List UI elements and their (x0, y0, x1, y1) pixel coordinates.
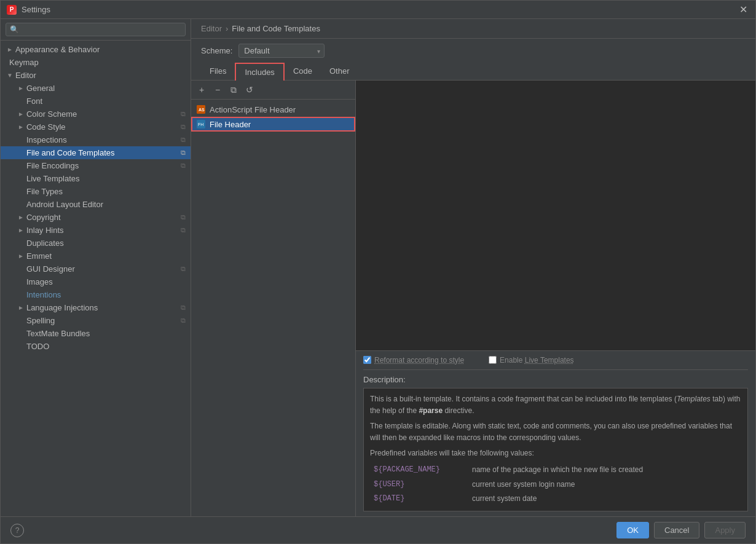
arrow-icon: ► (18, 111, 24, 117)
live-templates-checkbox[interactable] (489, 356, 497, 364)
sidebar-item-gui-designer[interactable]: GUI Designer ⧉ (1, 262, 191, 275)
breadcrumb-separator: › (226, 24, 228, 33)
tab-includes[interactable]: Includes (235, 63, 284, 81)
var-name: ${USER} (370, 478, 468, 492)
bottom-left: ? (10, 524, 24, 537)
help-button[interactable]: ? (10, 524, 24, 537)
copy-template-button[interactable]: ⧉ (227, 83, 240, 97)
title-bar: P Settings ✕ (1, 1, 755, 19)
bottom-bar: ? OK Cancel Apply (1, 516, 755, 543)
reformat-checkbox-label[interactable]: Reformat according to style (363, 356, 464, 365)
ok-button[interactable]: OK (616, 522, 649, 538)
window-title: Settings (22, 5, 50, 14)
template-item-file-header[interactable]: FH File Header (191, 117, 355, 132)
cancel-button[interactable]: Cancel (654, 522, 699, 538)
remove-template-button[interactable]: − (211, 83, 224, 97)
reset-template-button[interactable]: ↺ (243, 83, 256, 97)
sidebar-item-inspections[interactable]: Inspections ⧉ (1, 133, 191, 146)
settings-window: P Settings ✕ ► Appearance & Behavior Key… (0, 0, 756, 544)
sidebar-item-file-encodings[interactable]: File Encodings ⧉ (1, 159, 191, 172)
variable-row: ${USER} current user system login name (370, 478, 741, 492)
sidebar-item-android-layout-editor[interactable]: Android Layout Editor (1, 198, 191, 211)
apply-button[interactable]: Apply (704, 522, 746, 538)
copy-icon: ⧉ (181, 317, 186, 325)
scheme-label: Scheme: (201, 46, 232, 55)
live-templates-checkbox-label[interactable]: Enable Live Templates (489, 356, 574, 365)
svg-text:AS: AS (199, 108, 205, 112)
sidebar-item-general[interactable]: ► General (1, 82, 191, 95)
sidebar-item-label: Editor (15, 71, 36, 80)
sidebar-item-todo[interactable]: TODO (1, 340, 191, 353)
sidebar-item-editor[interactable]: ▼ Editor (1, 69, 191, 82)
sidebar-item-label: Live Templates (26, 174, 79, 183)
scheme-dropdown[interactable]: Default Project (238, 44, 325, 58)
copy-icon: ⧉ (181, 136, 186, 144)
sidebar-item-keymap[interactable]: Keymap (1, 56, 191, 69)
code-editor[interactable] (356, 81, 755, 350)
copy-icon: ⧉ (181, 162, 186, 170)
tab-code[interactable]: Code (285, 63, 321, 81)
sidebar-item-label: File and Code Templates (26, 148, 115, 157)
template-list-panel: + − ⧉ ↺ AS (191, 81, 356, 516)
template-items-list: AS ActionScript File Header (191, 100, 355, 516)
sidebar-item-label: Appearance & Behavior (15, 45, 100, 54)
description-text-1: This is a built-in template. It contains… (370, 393, 741, 417)
arrow-icon: ► (18, 304, 24, 311)
sidebar-item-live-templates[interactable]: Live Templates (1, 172, 191, 185)
sidebar-item-label: Inspections (26, 135, 67, 144)
description-text-2: The template is editable. Along with sta… (370, 420, 741, 444)
sidebar-item-language-injections[interactable]: ► Language Injections ⧉ (1, 301, 191, 314)
sidebar: ► Appearance & Behavior Keymap ▼ Editor … (1, 19, 191, 516)
live-templates-label: Enable Live Templates (500, 356, 574, 365)
checkboxes-row: Reformat according to style Enable Live … (363, 356, 748, 365)
sidebar-item-spelling[interactable]: Spelling ⧉ (1, 314, 191, 327)
copy-icon: ⧉ (181, 226, 186, 234)
search-input[interactable] (6, 23, 186, 36)
template-item-actionscript[interactable]: AS ActionScript File Header (191, 102, 355, 117)
arrow-icon: ► (18, 124, 24, 130)
sidebar-item-file-code-templates[interactable]: File and Code Templates ⧉ (1, 146, 191, 159)
template-item-name: File Header (210, 120, 251, 129)
sidebar-item-copyright[interactable]: ► Copyright ⧉ (1, 211, 191, 224)
main-content: ► Appearance & Behavior Keymap ▼ Editor … (1, 19, 755, 516)
arrow-icon: ► (18, 253, 24, 259)
sidebar-item-label: File Encodings (26, 161, 79, 170)
copy-icon: ⧉ (181, 149, 186, 157)
sidebar-item-label: Inlay Hints (26, 226, 64, 235)
copy-icon: ⧉ (181, 110, 186, 118)
sidebar-item-font[interactable]: Font (1, 95, 191, 108)
sidebar-item-textmate-bundles[interactable]: TextMate Bundles (1, 327, 191, 340)
tab-other[interactable]: Other (321, 63, 358, 81)
nav-tree: ► Appearance & Behavior Keymap ▼ Editor … (1, 41, 191, 516)
description-title: Description: (363, 375, 748, 384)
sidebar-item-duplicates[interactable]: Duplicates (1, 237, 191, 250)
var-desc: current system date (468, 492, 741, 506)
breadcrumb-current: File and Code Templates (232, 24, 320, 33)
tab-files[interactable]: Files (201, 63, 235, 81)
reformat-checkbox[interactable] (363, 356, 371, 364)
editor-area: + − ⧉ ↺ AS (191, 81, 755, 516)
sidebar-item-color-scheme[interactable]: ► Color Scheme ⧉ (1, 108, 191, 120)
sidebar-item-code-style[interactable]: ► Code Style ⧉ (1, 120, 191, 133)
arrow-icon: ► (18, 227, 24, 234)
close-button[interactable]: ✕ (737, 4, 749, 16)
bottom-buttons: OK Cancel Apply (616, 522, 746, 538)
sidebar-item-inlay-hints[interactable]: ► Inlay Hints ⧉ (1, 224, 191, 237)
sidebar-item-label: General (26, 84, 55, 93)
sidebar-item-label: TextMate Bundles (26, 329, 90, 338)
app-icon: P (7, 5, 17, 15)
sidebar-item-images[interactable]: Images (1, 275, 191, 288)
template-icon-file-header: FH (196, 119, 206, 129)
sidebar-item-label: GUI Designer (26, 264, 75, 274)
arrow-icon: ► (18, 214, 24, 221)
description-text-3: Predefined variables will take the follo… (370, 447, 741, 459)
description-box: This is a built-in template. It contains… (363, 388, 748, 512)
add-template-button[interactable]: + (195, 83, 208, 97)
sidebar-item-label: Emmet (26, 251, 52, 261)
sidebar-item-file-types[interactable]: File Types (1, 185, 191, 198)
sidebar-item-intentions[interactable]: Intentions (1, 288, 191, 301)
sidebar-item-emmet[interactable]: ► Emmet (1, 250, 191, 262)
sidebar-item-label: Keymap (9, 58, 39, 67)
arrow-icon: ▼ (7, 72, 13, 79)
sidebar-item-appearance[interactable]: ► Appearance & Behavior (1, 43, 191, 56)
